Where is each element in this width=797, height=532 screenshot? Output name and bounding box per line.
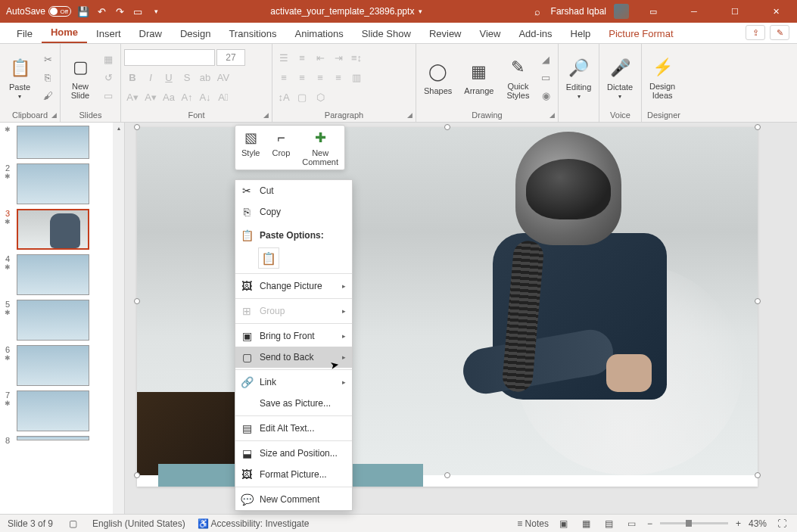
ribbon-display-icon[interactable]: ▭ xyxy=(637,0,670,23)
paragraph-launcher-icon[interactable]: ◢ xyxy=(407,111,413,119)
tab-view[interactable]: View xyxy=(471,23,510,43)
tab-transitions[interactable]: Transitions xyxy=(219,23,285,43)
editing-button[interactable]: 🔎Editing▾ xyxy=(562,54,596,101)
username-label: Farshad Iqbal xyxy=(551,6,606,17)
menu-save-as-picture[interactable]: Save as Picture... xyxy=(235,393,352,414)
slide-thumbnail[interactable]: 2✱ xyxy=(3,163,111,204)
redo-icon[interactable]: ↷ xyxy=(114,5,126,17)
menu-edit-alt-text[interactable]: ▤Edit Alt Text... xyxy=(235,418,352,439)
crop-button[interactable]: ⌐Crop xyxy=(266,126,296,170)
new-comment-button[interactable]: ✚New Comment xyxy=(296,126,344,170)
slide-sorter-icon[interactable]: ▦ xyxy=(579,518,594,530)
link-icon: 🔗 xyxy=(240,375,254,389)
notes-toggle[interactable]: ≡ Notes xyxy=(517,518,549,529)
selection-handle[interactable] xyxy=(134,124,140,130)
slide-thumbnail[interactable]: 5✱ xyxy=(3,300,111,341)
slide-thumbnail-selected[interactable]: 3✱ xyxy=(3,209,111,250)
fit-to-window-icon[interactable]: ⛶ xyxy=(774,518,789,530)
shadow-icon: ab xyxy=(197,69,213,86)
menu-size-position[interactable]: ⬓Size and Position... xyxy=(235,443,352,464)
shape-fill-icon[interactable]: ◢ xyxy=(537,51,554,67)
tab-design[interactable]: Design xyxy=(171,23,219,43)
tab-insert[interactable]: Insert xyxy=(87,23,130,43)
shape-effects-icon[interactable]: ◉ xyxy=(537,87,554,104)
zoom-slider[interactable] xyxy=(660,522,728,524)
tab-help[interactable]: Help xyxy=(562,23,600,43)
arrange-button[interactable]: ▦Arrange xyxy=(459,58,498,97)
cut-icon[interactable]: ✂ xyxy=(39,51,56,67)
shapes-button[interactable]: ◯Shapes xyxy=(419,58,456,97)
start-from-beginning-icon[interactable]: ▭ xyxy=(132,5,144,17)
autosave-toggle[interactable]: AutoSave Off xyxy=(6,6,71,17)
slide-thumbnail[interactable]: 6✱ xyxy=(3,345,111,386)
menu-copy[interactable]: ⎘Copy xyxy=(235,201,352,222)
title-dropdown-icon[interactable]: ▾ xyxy=(419,8,422,15)
selection-handle[interactable] xyxy=(444,472,450,478)
normal-view-icon[interactable]: ▣ xyxy=(556,518,571,530)
menu-new-comment[interactable]: 💬New Comment xyxy=(235,489,352,510)
selection-handle[interactable] xyxy=(755,472,761,478)
close-button[interactable]: ✕ xyxy=(759,0,792,23)
selection-handle[interactable] xyxy=(134,472,140,478)
language-label[interactable]: English (United States) xyxy=(92,518,185,529)
autosave-switch[interactable]: Off xyxy=(48,6,71,17)
zoom-out-button[interactable]: − xyxy=(647,518,652,529)
font-launcher-icon[interactable]: ◢ xyxy=(263,111,269,119)
save-icon[interactable]: 💾 xyxy=(77,5,89,17)
menu-change-picture[interactable]: 🖼Change Picture▸ xyxy=(235,275,352,297)
tab-addins[interactable]: Add-ins xyxy=(509,23,561,43)
new-slide-button[interactable]: ▢ New Slide xyxy=(64,53,97,101)
comments-button[interactable]: ✎ xyxy=(770,25,789,40)
search-icon[interactable]: ⌕ xyxy=(531,5,543,17)
tab-home[interactable]: Home xyxy=(42,22,87,43)
paste-button[interactable]: 📋 Paste ▾ xyxy=(3,54,36,101)
slideshow-view-icon[interactable]: ▭ xyxy=(624,518,640,530)
minimize-button[interactable]: ─ xyxy=(677,0,711,23)
menu-bring-to-front[interactable]: ▣Bring to Front▸ xyxy=(235,325,352,347)
shape-outline-icon[interactable]: ▭ xyxy=(537,69,554,86)
menu-link[interactable]: 🔗Link▸ xyxy=(235,372,352,393)
clipboard-launcher-icon[interactable]: ◢ xyxy=(51,111,57,119)
selected-picture[interactable] xyxy=(137,127,758,475)
selection-handle[interactable] xyxy=(755,298,761,304)
menu-format-picture[interactable]: 🖼Format Picture... xyxy=(235,464,352,485)
slide-counter[interactable]: Slide 3 of 9 xyxy=(8,518,53,529)
accessibility-status[interactable]: ♿ Accessibility: Investigate xyxy=(198,518,310,529)
tab-animations[interactable]: Animations xyxy=(286,23,353,43)
user-avatar[interactable] xyxy=(614,4,629,19)
quick-styles-button[interactable]: ✎Quick Styles xyxy=(501,53,534,101)
tab-file[interactable]: File xyxy=(8,23,42,43)
zoom-in-button[interactable]: + xyxy=(736,518,741,529)
font-size-input xyxy=(216,49,245,66)
design-ideas-button[interactable]: ⚡Design Ideas xyxy=(645,53,680,101)
tab-draw[interactable]: Draw xyxy=(130,23,171,43)
share-button[interactable]: ⇪ xyxy=(746,25,765,40)
tab-review[interactable]: Review xyxy=(420,23,471,43)
drawing-launcher-icon[interactable]: ◢ xyxy=(549,111,555,119)
qat-dropdown-icon[interactable]: ▾ xyxy=(150,5,162,17)
format-painter-icon[interactable]: 🖌 xyxy=(39,87,56,104)
selection-handle[interactable] xyxy=(755,124,761,130)
slide-thumbnail[interactable]: 8 xyxy=(3,436,111,445)
slide-thumbnail[interactable]: 7✱ xyxy=(3,390,111,431)
selection-handle[interactable] xyxy=(444,124,450,130)
picture-style-button[interactable]: ▧Style xyxy=(235,126,266,170)
selection-handle[interactable] xyxy=(134,298,140,304)
thumbnail-scrollbar[interactable]: ▴ xyxy=(113,123,124,514)
tab-slideshow[interactable]: Slide Show xyxy=(353,23,420,43)
menu-cut[interactable]: ✂Cut xyxy=(235,180,352,201)
slide-thumbnail[interactable]: ✱ xyxy=(3,126,111,159)
undo-icon[interactable]: ↶ xyxy=(95,5,107,17)
tab-picture-format[interactable]: Picture Format xyxy=(599,23,682,43)
reading-view-icon[interactable]: ▤ xyxy=(602,518,617,530)
spellcheck-icon[interactable]: ▢ xyxy=(65,518,80,530)
copy-icon[interactable]: ⎘ xyxy=(39,69,56,86)
slide-canvas[interactable] xyxy=(137,127,758,487)
dictate-button[interactable]: 🎤Dictate▾ xyxy=(602,54,637,101)
maximize-button[interactable]: ☐ xyxy=(718,0,752,23)
scroll-up-icon[interactable]: ▴ xyxy=(113,123,124,134)
paste-option-keep-text[interactable]: 📋 xyxy=(258,247,279,269)
slide-thumbnail[interactable]: 4✱ xyxy=(3,254,111,295)
zoom-level[interactable]: 43% xyxy=(749,518,767,529)
slide-editor[interactable] xyxy=(125,123,797,514)
